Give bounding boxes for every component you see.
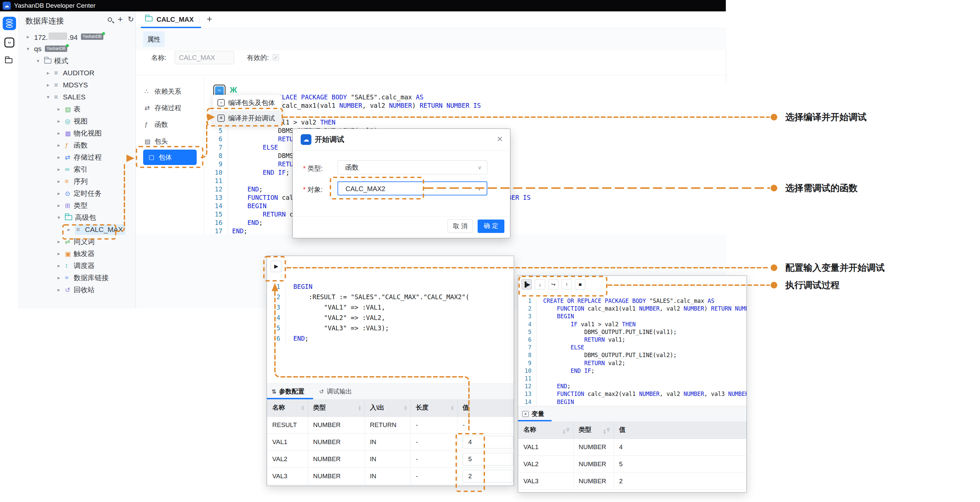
chevron-right-icon[interactable]: ▸ [57, 118, 65, 124]
close-icon[interactable]: × [497, 132, 503, 146]
tab-calc-max[interactable]: CALC_MAX [156, 11, 194, 27]
chevron-right-icon[interactable]: ▸ [57, 130, 65, 136]
search-icon[interactable] [108, 18, 112, 22]
tree-item-CALC_MAX[interactable]: ▸≡CALC_MAX [19, 223, 136, 236]
sort-icon[interactable]: ▴▾ [451, 405, 453, 410]
tree-item-高级包[interactable]: ▾高级包 [19, 212, 136, 223]
chevron-down-icon[interactable]: ▾ [27, 46, 34, 52]
tab-variables[interactable]: x变量 [522, 410, 544, 418]
tree-item-索引[interactable]: ▸∞索引 [19, 163, 136, 175]
ok-button[interactable]: 确 定 [477, 220, 504, 233]
chevron-right-icon[interactable]: ▸ [57, 190, 65, 196]
tab-parameter-config[interactable]: ⇅参数配置 [272, 387, 304, 396]
table-row[interactable]: VAL2NUMBER5 [519, 456, 746, 473]
val1-value-input[interactable] [463, 436, 514, 448]
chevron-right-icon[interactable]: ▸ [57, 202, 65, 209]
tree-item-数据库链接[interactable]: ▸≈数据库链接 [19, 272, 136, 284]
chevron-right-icon[interactable]: ▸ [68, 226, 75, 233]
chevron-right-icon[interactable]: ▸ [57, 239, 65, 245]
chevron-right-icon[interactable]: ▸ [57, 154, 65, 160]
sidemenu-item-dependencies[interactable]: ∴依赖关系 [136, 84, 204, 98]
sort-icon[interactable]: ▴▾ [358, 405, 361, 410]
tree-item-存储过程[interactable]: ▸⇄存储过程 [19, 151, 136, 163]
database-connections-rail-button[interactable] [3, 17, 16, 30]
chevron-right-icon[interactable]: ▸ [57, 178, 65, 185]
annotation-dot [771, 282, 777, 288]
tree-item-序列[interactable]: ▸≡序列 [19, 175, 136, 187]
tab-debug-output[interactable]: ↺调试输出 [319, 387, 352, 396]
val2-value-input[interactable] [463, 453, 514, 465]
table-row[interactable]: VAL1NUMBER IN- [267, 433, 514, 451]
refresh-icon[interactable]: ↻ [128, 16, 134, 22]
type-select[interactable]: 函数 ∨ [337, 160, 487, 174]
tree-item-模式[interactable]: ▾模式 [19, 55, 136, 67]
properties-band [136, 28, 726, 50]
table-row[interactable]: VAL3NUMBER2 [519, 473, 746, 489]
filter-icon[interactable]: ∇ [566, 427, 569, 432]
tree-item-qs[interactable]: ▾qsYashanDB [19, 43, 136, 55]
tree-item-MDSYS[interactable]: ▸≡MDSYS [19, 79, 136, 91]
object-select[interactable]: CALC_MAX2 ∨ [337, 182, 487, 196]
chevron-right-icon[interactable]: ▸ [27, 34, 34, 40]
divider [136, 75, 726, 75]
filter-icon[interactable]: ∇ [607, 427, 610, 432]
chevron-down-icon[interactable]: ▾ [57, 215, 65, 220]
table-row[interactable]: VAL3NUMBER IN- [267, 467, 514, 484]
tree-item-表[interactable]: ▸▤表 [19, 103, 136, 115]
sort-icon[interactable]: ▴▾ [563, 429, 565, 434]
valid-checkbox[interactable]: ✓ [273, 54, 279, 61]
tree-item-触发器[interactable]: ▸▣触发器 [19, 248, 136, 260]
menu-item-compile-header-and-body[interactable]: ‹› 编译包头及包体 [213, 95, 282, 110]
new-tab-button[interactable]: + [207, 11, 212, 27]
invoke-code[interactable]: 1BEGIN2 :RESULT := "SALES"."CALC_MAX"."C… [267, 282, 514, 379]
add-connection-icon[interactable]: + [118, 16, 123, 22]
tree-item-类型[interactable]: ▸⊞类型 [19, 199, 136, 212]
sliders-icon: ⇅ [272, 388, 276, 395]
tab-properties[interactable]: 属性 [143, 32, 165, 47]
table-row[interactable]: RESULTNUMBER RETURN- - [267, 416, 514, 433]
menu-item-compile-and-debug[interactable]: Ж 编译并开始调试 [213, 110, 282, 126]
chevron-down-icon[interactable]: ▾ [37, 58, 44, 64]
tree-item-函数[interactable]: ▸ƒ函数 [19, 139, 136, 151]
tree-item-SALES[interactable]: ▾≡SALES [19, 91, 136, 103]
table-row[interactable]: VAL1NUMBER4 [519, 438, 746, 456]
sort-icon[interactable]: ▴▾ [302, 405, 304, 410]
chevron-right-icon[interactable]: ▸ [57, 287, 65, 293]
sql-editor-rail-button[interactable]: ‹› [4, 37, 14, 48]
tree-item-定时任务[interactable]: ▸⊙定时任务 [19, 187, 136, 199]
chevron-right-icon[interactable]: ▸ [57, 142, 65, 148]
chevron-right-icon[interactable]: ▸ [57, 275, 65, 281]
sort-icon[interactable]: ▴▾ [604, 429, 606, 434]
tree-item-物化视图[interactable]: ▸▦物化视图 [19, 127, 136, 139]
stop-button[interactable]: ■ [575, 279, 585, 290]
tree-item-172.*.94[interactable]: ▸172..94YashanDB [19, 31, 136, 43]
table-row[interactable]: VAL2NUMBER IN- [267, 451, 514, 467]
name-field[interactable] [175, 51, 234, 64]
step-out-button[interactable]: ↑ [562, 279, 572, 290]
chevron-right-icon[interactable]: ▸ [47, 82, 54, 88]
chevron-right-icon[interactable]: ▸ [57, 251, 65, 257]
files-rail-button[interactable] [5, 58, 13, 63]
sidemenu-item-functions[interactable]: ƒ函数 [136, 118, 204, 131]
chevron-down-icon[interactable]: ▾ [47, 94, 54, 100]
sidemenu-item-procedures[interactable]: ⇄存储过程 [136, 101, 204, 115]
run-debug-play-button[interactable]: ▶ [270, 261, 282, 272]
chevron-right-icon[interactable]: ▸ [57, 166, 65, 172]
val3-value-input[interactable] [463, 470, 514, 483]
sort-icon[interactable]: ▴▾ [404, 405, 406, 410]
step-over-button[interactable]: ↪ [548, 279, 558, 290]
resume-button[interactable]: ▐▶ [522, 279, 532, 290]
sidemenu-item-package-body[interactable]: ▢包体 [143, 150, 197, 165]
tree-item-调度器[interactable]: ▸↕调度器 [19, 260, 136, 272]
tree-item-同义词[interactable]: ▸⇌同义词 [19, 236, 136, 248]
debug-code[interactable]: 1CREATE OR REPLACE PACKAGE BODY "SALES".… [518, 297, 746, 406]
chevron-right-icon[interactable]: ▸ [57, 263, 65, 269]
chevron-right-icon[interactable]: ▸ [57, 106, 65, 112]
sidemenu-item-package-header[interactable]: ▤包头 [136, 134, 204, 148]
tree-item-AUDITOR[interactable]: ▸≡AUDITOR [19, 67, 136, 79]
tree-item-回收站[interactable]: ▸↺回收站 [19, 284, 136, 296]
tree-item-视图[interactable]: ▸◎视图 [19, 115, 136, 127]
step-into-button[interactable]: ↓ [535, 279, 545, 290]
chevron-right-icon[interactable]: ▸ [47, 70, 54, 76]
cancel-button[interactable]: 取 消 [447, 220, 473, 233]
